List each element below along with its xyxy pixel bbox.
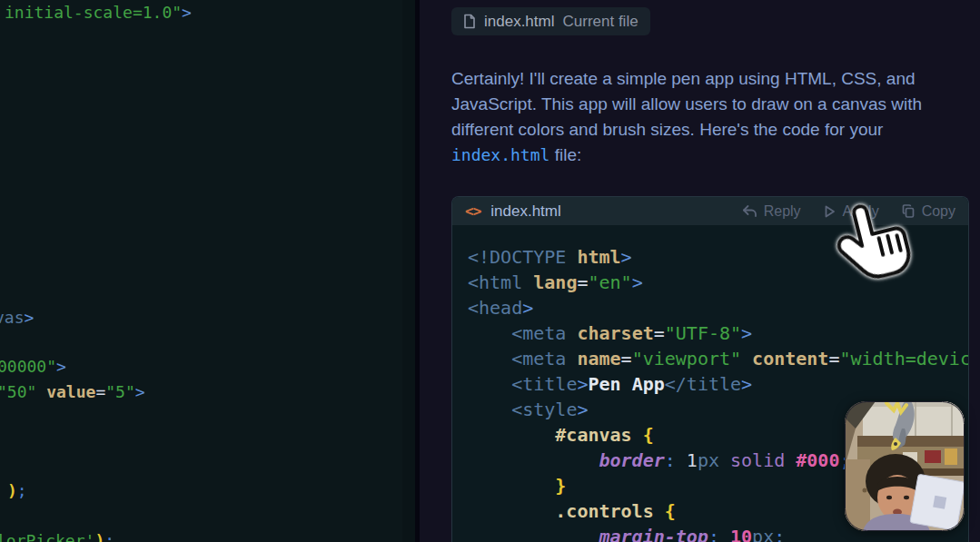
assistant-message: Certainly! I'll create a simple pen app … <box>451 66 973 168</box>
code-line: <meta name="viewport" content="width=dev… <box>468 346 968 371</box>
message-text-before: Certainly! I'll create a simple pen app … <box>451 69 922 139</box>
code-fragment: 00000"> <box>0 357 66 377</box>
code-block-filename: index.html <box>490 202 560 221</box>
webcam-overlay <box>845 401 965 531</box>
code-fragment: initial-scale=1.0"> <box>5 3 192 23</box>
context-file-name: index.html <box>484 13 554 31</box>
code-line: <title>Pen App</title> <box>468 371 968 397</box>
code-fragment: lorPicker'); <box>0 531 114 542</box>
code-line: <meta charset="UTF-8"> <box>468 320 968 346</box>
screen: initial-scale=1.0">vas>00000">"50" value… <box>0 0 980 542</box>
code-tag-icon: <> <box>465 202 480 220</box>
context-file-label: Current file <box>562 13 638 31</box>
file-icon <box>463 14 476 29</box>
context-file-chip[interactable]: index.html Current file <box>451 7 650 35</box>
paper-card <box>910 474 965 530</box>
code-fragment: ); <box>7 481 27 501</box>
code-fragment: vas> <box>0 308 34 328</box>
code-fragment: "50" value="5"> <box>0 382 145 402</box>
inline-code: index.html <box>451 145 549 164</box>
reply-button[interactable]: Reply <box>742 203 801 220</box>
message-text-after: file: <box>549 145 581 164</box>
webcam-video <box>845 401 965 531</box>
editor-edge-shade <box>402 0 415 542</box>
reply-icon <box>742 204 757 218</box>
code-line: <head> <box>468 295 968 320</box>
left-editor-pane[interactable]: initial-scale=1.0">vas>00000">"50" value… <box>0 0 415 542</box>
